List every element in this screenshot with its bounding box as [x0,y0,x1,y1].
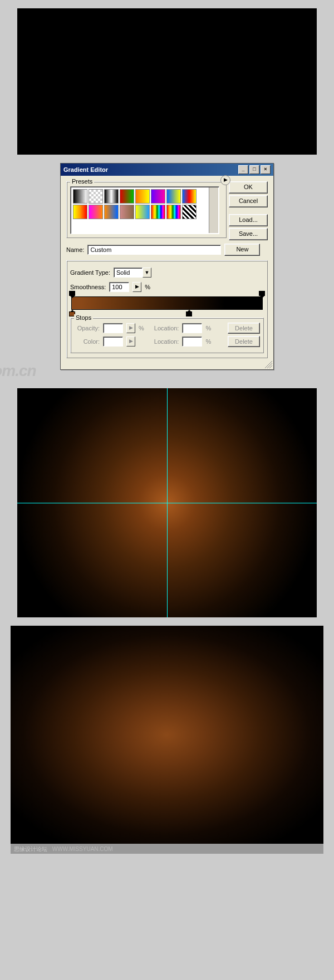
canvas-radial-gradient [11,626,323,844]
footer-bar: 思缘设计论坛 WWW.MISSYUAN.COM [11,844,323,854]
delete-opacity-stop-button: Delete [228,323,260,334]
preset-swatch[interactable] [135,189,150,204]
presets-list [70,186,219,234]
presets-legend: Presets [70,178,94,185]
chevron-down-icon[interactable]: ▼ [143,268,151,278]
preset-swatch[interactable] [182,189,197,204]
smoothness-label: Smoothness: [70,284,106,290]
save-button[interactable]: Save... [229,228,268,240]
resize-grip[interactable] [264,360,272,368]
preset-swatch[interactable] [120,189,134,204]
color-picker-button: ▶ [126,336,135,347]
preset-swatch[interactable] [73,189,87,204]
stop-opacity-input [103,323,123,333]
preset-swatch[interactable] [73,205,87,219]
dialog-titlebar[interactable]: Gradient Editor _ □ × [61,164,273,176]
cancel-button[interactable]: Cancel [229,195,268,207]
preset-swatch[interactable] [166,189,181,204]
presets-menu-icon[interactable]: ▶ [220,175,230,185]
presets-scrollbar[interactable] [209,187,218,233]
preset-swatch[interactable] [120,205,134,219]
ok-button[interactable]: OK [229,181,268,194]
gradient-bar-editor[interactable] [71,296,263,310]
stop-color-input [103,336,123,347]
stop-location-input-2 [182,336,202,347]
preset-swatch[interactable] [104,189,119,204]
color-stop[interactable] [186,310,192,316]
opacity-label: Opacity: [74,325,100,331]
smoothness-input[interactable] [109,282,129,292]
stops-legend: Stops [74,314,93,321]
gradient-preview-bar [71,296,263,310]
stop-location-input [182,323,202,333]
preset-swatch[interactable] [151,189,165,204]
preset-swatch[interactable] [166,205,181,219]
canvas-radial-gradient-guides [17,388,317,617]
preset-swatch[interactable] [89,205,103,219]
preset-swatch[interactable] [89,189,103,204]
vertical-guide [167,388,168,617]
gradient-editor-dialog: Gradient Editor _ □ × OK Cancel Load... … [60,163,274,370]
preset-swatch[interactable] [182,205,197,219]
load-button[interactable]: Load... [229,214,268,226]
location-label: Location: [154,325,179,331]
color-label: Color: [74,338,100,345]
opacity-stop[interactable] [259,291,265,296]
maximize-button[interactable]: □ [249,165,259,174]
minimize-button[interactable]: _ [238,165,248,174]
name-label: Name: [66,246,84,253]
canvas-black-rect [17,8,317,155]
location-label-2: Location: [154,338,179,345]
preset-swatch[interactable] [151,205,165,219]
dialog-title: Gradient Editor [63,166,108,173]
name-input[interactable] [87,245,221,255]
preset-swatch[interactable] [104,205,119,219]
opacity-stop[interactable] [69,291,75,296]
opacity-stepper: ▶ [126,323,135,333]
footer-url: WWW.MISSYUAN.COM [52,846,113,852]
footer-main: 思缘设计论坛 [14,846,47,852]
gradient-type-label: Gradient Type: [70,269,110,276]
close-button[interactable]: × [261,165,271,174]
smoothness-stepper[interactable]: ▶ [132,282,141,292]
delete-color-stop-button: Delete [228,336,260,347]
new-button[interactable]: New [224,244,260,256]
percent-label: % [145,284,150,290]
preset-swatch[interactable] [135,205,150,219]
gradient-type-select[interactable]: ▼ [114,268,151,278]
